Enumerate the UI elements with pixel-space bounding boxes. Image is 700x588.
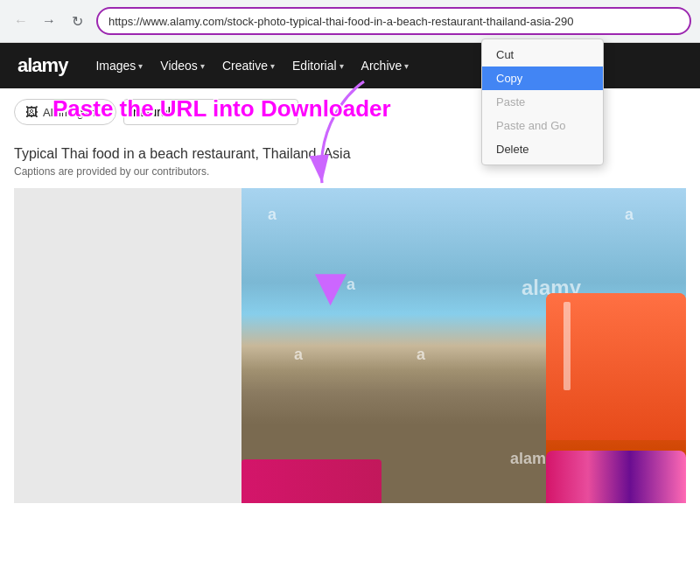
photo-caption: Captions are provided by our contributor…	[14, 165, 686, 178]
image-icon: 🖼	[25, 105, 38, 119]
filter-label: All images	[43, 106, 95, 119]
flowers-area	[546, 451, 686, 503]
nav-editorial-label: Editorial	[292, 59, 337, 73]
nav-link-creative[interactable]: Creative ▾	[215, 53, 282, 78]
back-button[interactable]: ←	[9, 9, 33, 33]
nav-link-images[interactable]: Images ▾	[88, 53, 150, 78]
chevron-down-icon: ▾	[340, 61, 344, 71]
nav-link-editorial[interactable]: Editorial ▾	[285, 53, 351, 78]
context-menu-copy[interactable]: Copy	[482, 66, 603, 90]
filter-chevron-icon: ▾	[101, 108, 105, 117]
search-input[interactable]	[123, 99, 298, 125]
context-menu-delete[interactable]: Delete	[482, 137, 603, 161]
address-bar[interactable]	[96, 7, 691, 35]
page-content: Typical Thai food in a beach restaurant,…	[0, 136, 700, 514]
context-menu-paste-and-go: Paste and Go	[482, 114, 603, 137]
context-menu-cut[interactable]: Cut	[482, 43, 603, 66]
nav-archive-label: Archive	[361, 59, 402, 73]
chevron-down-icon: ▾	[200, 61, 205, 71]
nav-buttons: ← → ↻	[9, 9, 89, 33]
nav-videos-label: Videos	[160, 59, 198, 73]
refresh-button[interactable]: ↻	[65, 9, 89, 33]
nav-creative-label: Creative	[222, 59, 268, 73]
chevron-down-icon: ▾	[270, 61, 275, 71]
alamy-logo: alamy	[14, 52, 71, 79]
nav-images-label: Images	[95, 59, 136, 73]
drink-area	[546, 293, 686, 503]
forward-button[interactable]: →	[37, 9, 61, 33]
image-main: a a a alamy a a alam	[242, 188, 686, 503]
flowers-left	[242, 459, 382, 503]
search-filter-dropdown[interactable]: 🖼 All images ▾	[14, 99, 116, 125]
chevron-down-icon: ▾	[404, 61, 409, 71]
address-bar-container: Cut Copy Paste Paste and Go Delete	[96, 7, 691, 35]
nav-link-archive[interactable]: Archive ▾	[354, 53, 416, 78]
nav-links: Images ▾ Videos ▾ Creative ▾ Editorial ▾…	[88, 53, 416, 78]
image-grid: a a a alamy a a alam	[14, 188, 686, 503]
image-placeholder-left	[14, 188, 242, 503]
browser-chrome: ← → ↻ Cut Copy Paste Paste and Go Delete	[0, 0, 700, 43]
context-menu-paste: Paste	[482, 90, 603, 114]
chevron-down-icon: ▾	[138, 61, 143, 71]
browser-toolbar: ← → ↻ Cut Copy Paste Paste and Go Delete	[0, 0, 700, 42]
nav-link-videos[interactable]: Videos ▾	[153, 53, 212, 78]
context-menu: Cut Copy Paste Paste and Go Delete	[481, 38, 604, 165]
page-wrapper: ← → ↻ Cut Copy Paste Paste and Go Delete…	[0, 0, 700, 588]
